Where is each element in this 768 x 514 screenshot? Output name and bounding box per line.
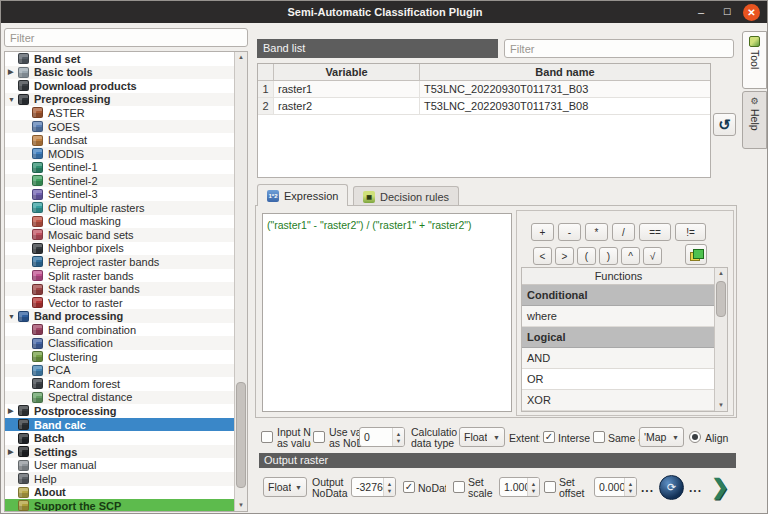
operator-button-power[interactable]: ^ <box>621 247 640 265</box>
sidebar-item-settings[interactable]: ▶Settings <box>5 445 234 459</box>
sidebar-item-band-set[interactable]: Band set <box>5 52 234 66</box>
collapsed-arrow-icon[interactable]: ▶ <box>8 68 18 76</box>
sidebar-item-vector-to-raster[interactable]: Vector to raster <box>5 296 234 310</box>
operator-button-multiply[interactable]: * <box>585 223 608 241</box>
function-item-or[interactable]: OR <box>522 369 715 390</box>
sidebar-item-band-processing[interactable]: ▼Band processing <box>5 309 234 323</box>
sidebar-item-cloud-masking[interactable]: Cloud masking <box>5 215 234 229</box>
spin-arrows-icon[interactable]: ▲▼ <box>392 428 404 446</box>
spin-arrows-icon[interactable]: ▲▼ <box>527 478 539 496</box>
sidebar-item-user-manual[interactable]: User manual <box>5 458 234 472</box>
sidebar-item-clip-multiple-rasters[interactable]: Clip multiple rasters <box>5 201 234 215</box>
tab-expression[interactable]: 1*2 Expression <box>257 184 348 206</box>
set-scale-checkbox[interactable] <box>453 481 465 493</box>
sidebar-item-modis[interactable]: MODIS <box>5 147 234 161</box>
maximize-button[interactable]: ☐ <box>719 4 735 20</box>
ellipsis-button-1[interactable]: ... <box>641 481 654 495</box>
operator-button-close-paren[interactable]: ) <box>599 247 618 265</box>
operator-button-minus[interactable]: - <box>558 223 581 241</box>
side-tab-help[interactable]: ⚙ Help <box>742 91 767 149</box>
scrollbar-thumb[interactable] <box>716 281 726 317</box>
expression-input[interactable]: ("raster1" - "raster2") / ("raster1" + "… <box>262 213 512 412</box>
align-radio[interactable] <box>689 431 701 443</box>
nodata-value-spinbox[interactable]: 0 ▲▼ <box>359 427 405 447</box>
operator-button-plus[interactable]: + <box>531 223 554 241</box>
function-item-conditional[interactable]: Conditional <box>522 285 715 306</box>
use-value-nodata-checkbox[interactable] <box>313 431 325 443</box>
sidebar-item-mosaic-band-sets[interactable]: Mosaic band sets <box>5 228 234 242</box>
scroll-down-icon[interactable]: ▼ <box>235 500 247 511</box>
sidebar-item-landsat[interactable]: Landsat <box>5 133 234 147</box>
offset-spinbox[interactable]: 0.000 ▲▼ <box>594 477 637 497</box>
side-tab-tool[interactable]: Tool <box>742 31 767 89</box>
function-item-logical[interactable]: Logical <box>522 327 715 348</box>
operator-button-less-than[interactable]: < <box>533 247 552 265</box>
sidebar-item-basic-tools[interactable]: ▶Basic tools <box>5 66 234 80</box>
map-extent-select[interactable]: 'Map CRS' ▼ <box>639 427 684 447</box>
operator-button-greater-than[interactable]: > <box>555 247 574 265</box>
sidebar-item-sentinel-1[interactable]: Sentinel-1 <box>5 160 234 174</box>
same-as-checkbox[interactable] <box>593 431 605 443</box>
spin-arrows-icon[interactable]: ▲▼ <box>624 478 636 496</box>
scroll-down-icon[interactable]: ▼ <box>715 400 727 411</box>
sidebar-item-preprocessing[interactable]: ▼Preprocessing <box>5 93 234 107</box>
output-nodata-checkbox[interactable]: ✓ <box>403 481 415 493</box>
sidebar-item-reproject-raster-bands[interactable]: Reproject raster bands <box>5 255 234 269</box>
sidebar-item-postprocessing[interactable]: ▶Postprocessing <box>5 404 234 418</box>
functions-scrollbar[interactable]: ▲ ▼ <box>714 268 727 411</box>
collapsed-arrow-icon[interactable]: ▶ <box>8 407 18 415</box>
sidebar-item-pca[interactable]: PCA <box>5 364 234 378</box>
operator-button-square-root[interactable]: √ <box>643 247 662 265</box>
expanded-arrow-icon[interactable]: ▼ <box>8 96 18 103</box>
scrollbar-thumb[interactable] <box>236 382 246 488</box>
sidebar-item-batch[interactable]: Batch <box>5 431 234 445</box>
function-item-and[interactable]: AND <box>522 348 715 369</box>
operator-button-equals[interactable]: == <box>639 223 671 241</box>
band-table-row[interactable]: 2raster2T53LNC_20220930T011731_B08 <box>258 98 710 115</box>
function-item-xor[interactable]: XOR <box>522 390 715 411</box>
operator-button-not-equals[interactable]: != <box>675 223 706 241</box>
output-nodata-spinbox[interactable]: -32768 ▲▼ <box>351 477 396 497</box>
sidebar-item-spectral-distance[interactable]: Spectral distance <box>5 391 234 405</box>
sidebar-item-band-combination[interactable]: Band combination <box>5 323 234 337</box>
output-type-select[interactable]: Float ▼ <box>263 477 307 497</box>
minimize-button[interactable]: – <box>693 4 709 20</box>
sidebar-item-goes[interactable]: GOES <box>5 120 234 134</box>
calculation-data-type-select[interactable]: Float ▼ <box>459 427 505 447</box>
scroll-up-icon[interactable]: ▲ <box>715 268 727 279</box>
sidebar-item-sentinel-3[interactable]: Sentinel-3 <box>5 187 234 201</box>
sidebar-item-stack-raster-bands[interactable]: Stack raster bands <box>5 282 234 296</box>
sidebar-item-clustering[interactable]: Clustering <box>5 350 234 364</box>
sidebar-item-split-raster-bands[interactable]: Split raster bands <box>5 269 234 283</box>
column-band-name[interactable]: Band name <box>420 64 710 80</box>
sidebar-item-classification[interactable]: Classification <box>5 336 234 350</box>
tab-decision-rules[interactable]: ▦ Decision rules <box>353 186 459 206</box>
operator-button-open-paren[interactable]: ( <box>577 247 596 265</box>
spin-arrows-icon[interactable]: ▲▼ <box>383 478 395 496</box>
sidebar-item-neighbor-pixels[interactable]: Neighbor pixels <box>5 242 234 256</box>
sidebar-item-band-calc[interactable]: Band calc <box>5 418 234 432</box>
scroll-up-icon[interactable]: ▲ <box>235 52 247 63</box>
band-list-filter-input[interactable] <box>504 39 734 58</box>
expanded-arrow-icon[interactable]: ▼ <box>8 313 18 320</box>
intersection-checkbox[interactable]: ✓ <box>543 431 555 443</box>
band-set-layers-button[interactable] <box>685 244 707 265</box>
operator-button-divide[interactable]: / <box>612 223 635 241</box>
sidebar-item-about[interactable]: About <box>5 486 234 500</box>
run-button[interactable]: ❯ <box>706 473 734 501</box>
sidebar-item-random-forest[interactable]: Random forest <box>5 377 234 391</box>
refresh-band-list-button[interactable]: ↺ <box>713 113 736 136</box>
band-table-row[interactable]: 1raster1T53LNC_20220930T011731_B03 <box>258 81 710 98</box>
set-offset-checkbox[interactable] <box>544 481 556 493</box>
sidebar-item-help[interactable]: Help <box>5 472 234 486</box>
function-item-where[interactable]: where <box>522 306 715 327</box>
sidebar-item-download-products[interactable]: Download products <box>5 79 234 93</box>
scale-spinbox[interactable]: 1.000 ▲▼ <box>499 477 540 497</box>
batch-script-button[interactable]: ⟳ <box>659 475 684 500</box>
ellipsis-button-2[interactable]: ... <box>689 481 702 495</box>
collapsed-arrow-icon[interactable]: ▶ <box>8 448 18 456</box>
input-nodata-checkbox[interactable] <box>261 431 273 443</box>
column-variable[interactable]: Variable <box>274 64 420 80</box>
sidebar-item-support-the-scp[interactable]: Support the SCP <box>5 499 234 512</box>
sidebar-item-aster[interactable]: ASTER <box>5 106 234 120</box>
